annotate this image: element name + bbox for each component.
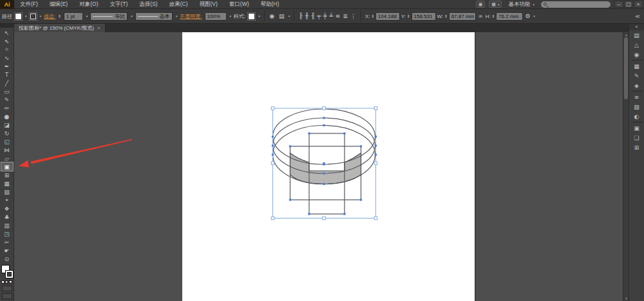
- y-field[interactable]: 158.531: [412, 12, 436, 21]
- menu-item[interactable]: 效果(C): [164, 0, 194, 8]
- scrollbar-thumb[interactable]: [624, 37, 628, 99]
- rectangle-tool[interactable]: ▭: [1, 87, 13, 95]
- zoom-tool[interactable]: ⊙: [1, 255, 13, 263]
- anchor-point[interactable]: [272, 135, 274, 137]
- type-tool[interactable]: T: [1, 70, 13, 79]
- width-tool[interactable]: ⋈: [1, 146, 13, 154]
- fill-color-swatch[interactable]: [15, 13, 22, 20]
- selection-handle[interactable]: [271, 162, 274, 165]
- restore-button[interactable]: ▢: [624, 1, 633, 8]
- scale-tool[interactable]: ◱: [1, 137, 13, 146]
- anchor-point[interactable]: [375, 144, 377, 146]
- menu-item[interactable]: 选择(S): [133, 0, 163, 8]
- align-horizontal-left[interactable]: ╟: [298, 13, 303, 19]
- anchor-point[interactable]: [375, 135, 377, 137]
- selection-handle[interactable]: [323, 217, 326, 220]
- panel-icon[interactable]: [631, 91, 643, 92]
- scroll-down-icon[interactable]: ▼: [623, 296, 629, 301]
- fill-stroke-swatches[interactable]: [1, 264, 14, 280]
- expand-panels-icon[interactable]: «: [629, 24, 644, 30]
- chevron-down-icon[interactable]: ▾: [25, 14, 27, 18]
- menu-item[interactable]: 文字(T): [104, 0, 133, 8]
- artboard-tool[interactable]: ◳: [1, 229, 13, 238]
- anchor-point[interactable]: [343, 132, 345, 134]
- anchor-point[interactable]: [323, 162, 325, 164]
- anchor-point[interactable]: [289, 145, 291, 147]
- stepper-icon[interactable]: ▲▼: [444, 14, 447, 18]
- chevron-down-icon[interactable]: ▾: [533, 14, 535, 18]
- blend-tool[interactable]: ❖: [1, 204, 13, 213]
- workspace-switcher[interactable]: 基本功能 ▾: [506, 1, 537, 8]
- paintbrush-tool[interactable]: ✎: [1, 95, 13, 104]
- magic-wand-tool[interactable]: ✧: [1, 45, 13, 53]
- chevron-down-icon[interactable]: ▾: [40, 14, 42, 18]
- symbols-panel[interactable]: ◈: [630, 81, 643, 90]
- h-field[interactable]: 76.2 mm: [496, 12, 523, 21]
- style-swatch[interactable]: [248, 13, 255, 20]
- width-profile-select[interactable]: 等比: [90, 12, 128, 21]
- eraser-tool[interactable]: ◪: [1, 121, 13, 129]
- recolor-artwork-button[interactable]: ◉: [269, 12, 276, 21]
- document-setup-button[interactable]: ▤: [278, 12, 285, 21]
- align-vertical-center[interactable]: ╪: [323, 13, 327, 19]
- slice-tool[interactable]: ✂: [1, 238, 13, 246]
- color-mode-button[interactable]: [1, 280, 5, 284]
- workspace-quick-button[interactable]: ▦ ▾: [489, 1, 502, 8]
- anchor-point[interactable]: [360, 199, 362, 200]
- color-guide-panel[interactable]: △: [630, 40, 643, 50]
- menu-item[interactable]: 对象(O): [73, 0, 104, 8]
- hand-tool[interactable]: ☛: [1, 246, 13, 255]
- align-vertical-bottom[interactable]: ╧: [328, 13, 333, 19]
- swatches-panel[interactable]: ▦: [630, 61, 643, 71]
- stepper-icon[interactable]: ▲▼: [371, 14, 374, 18]
- x-field[interactable]: 104.188: [375, 12, 400, 21]
- opacity-link[interactable]: 不透明度:: [180, 13, 202, 20]
- selection-handle[interactable]: [374, 162, 377, 165]
- anchor-point[interactable]: [343, 213, 345, 215]
- align-horizontal-right[interactable]: ╢: [310, 13, 315, 19]
- scroll-up-icon[interactable]: ▲: [623, 32, 629, 37]
- collapse-control-bar-icon[interactable]: ≪: [635, 14, 642, 19]
- mesh-tool[interactable]: ▦: [1, 179, 13, 188]
- gradient-tool[interactable]: ▧: [1, 188, 13, 196]
- close-tab-icon[interactable]: ×: [97, 25, 100, 31]
- symbol-sprayer-tool[interactable]: ♣: [1, 213, 13, 221]
- menu-item[interactable]: 窗口(W): [223, 0, 255, 8]
- transform-options-button[interactable]: ⚙: [524, 12, 531, 21]
- menu-item[interactable]: 文件(F): [14, 0, 44, 8]
- artboard[interactable]: [182, 32, 475, 301]
- transparency-panel[interactable]: ◐: [630, 112, 643, 121]
- menu-item[interactable]: 视图(V): [194, 0, 223, 8]
- direct-selection-tool[interactable]: ⇖: [1, 37, 13, 45]
- vertical-scrollbar[interactable]: ▲ ▼: [623, 32, 629, 301]
- free-transform-tool[interactable]: ▱: [1, 154, 13, 162]
- stroke-swatch[interactable]: [5, 270, 14, 278]
- stepper-icon[interactable]: ▲▼: [492, 14, 495, 18]
- search-input[interactable]: [549, 2, 607, 6]
- pencil-tool[interactable]: ✏: [1, 104, 13, 112]
- anchor-point[interactable]: [272, 153, 274, 155]
- anchor-point[interactable]: [289, 199, 291, 200]
- brushes-panel[interactable]: ✎: [630, 71, 643, 81]
- artboards-panel[interactable]: ⊞: [630, 142, 643, 152]
- search-box[interactable]: [541, 1, 611, 8]
- anchor-point[interactable]: [375, 153, 377, 155]
- screen-mode-button[interactable]: [2, 293, 12, 299]
- gradient-panel[interactable]: ▧: [630, 102, 643, 112]
- drawing-mode-button[interactable]: [2, 286, 12, 291]
- w-field[interactable]: 67.87 mm: [449, 12, 476, 21]
- align-horizontal-center[interactable]: ╫: [305, 13, 309, 19]
- chevron-down-icon[interactable]: ▾: [258, 14, 260, 18]
- canvas[interactable]: ▲ ▼: [14, 32, 629, 301]
- eyedropper-tool[interactable]: ⌖: [1, 196, 13, 204]
- anchor-point[interactable]: [323, 183, 325, 185]
- chevron-down-icon[interactable]: ▾: [230, 14, 232, 18]
- chevron-down-icon[interactable]: ▾: [289, 14, 290, 18]
- menu-item[interactable]: 编辑(E): [44, 0, 73, 8]
- column-graph-tool[interactable]: ▥: [1, 221, 13, 229]
- constrain-proportions-icon[interactable]: ∞: [477, 12, 484, 21]
- blob-brush-tool[interactable]: ●: [1, 112, 13, 121]
- color-panel[interactable]: ▤: [630, 30, 643, 40]
- panel-icon[interactable]: [631, 122, 643, 122]
- pen-tool[interactable]: ✒: [1, 62, 13, 70]
